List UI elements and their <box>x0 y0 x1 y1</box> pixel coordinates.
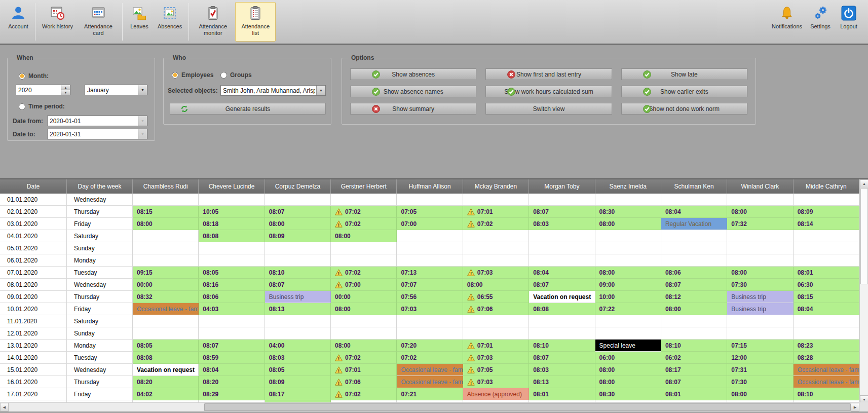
attendance-cell[interactable] <box>133 242 199 254</box>
attendance-cell[interactable]: Business trip <box>265 291 331 303</box>
attendance-cell[interactable] <box>265 315 331 327</box>
attendance-cell[interactable]: 08:03 <box>529 364 595 376</box>
attendance-cell[interactable] <box>595 254 661 267</box>
toolbar-item-notifications[interactable]: Notifications <box>769 2 805 31</box>
attendance-cell[interactable]: 08:14 <box>794 218 859 230</box>
column-header-gerstner-herbert[interactable]: Gerstner Herbert <box>331 179 397 194</box>
attendance-cell[interactable]: 07:56 <box>397 291 463 303</box>
attendance-cell[interactable]: 09:15 <box>133 267 199 279</box>
attendance-cell[interactable]: 08:17 <box>661 364 727 376</box>
attendance-cell[interactable] <box>265 327 331 340</box>
attendance-cell[interactable]: 08:09 <box>794 206 859 218</box>
column-header-chevere-lucinde[interactable]: Chevere Lucinde <box>199 179 265 194</box>
attendance-cell[interactable]: 08:15 <box>133 206 199 218</box>
attendance-cell[interactable] <box>199 254 265 267</box>
attendance-cell[interactable]: 12:00 <box>727 352 793 364</box>
attendance-cell[interactable] <box>133 194 199 206</box>
attendance-cell[interactable] <box>661 242 727 254</box>
attendance-cell[interactable]: 08:28 <box>794 352 859 364</box>
attendance-cell[interactable] <box>463 242 529 254</box>
attendance-cell[interactable] <box>133 230 199 242</box>
attendance-cell[interactable]: 08:00 <box>595 376 661 388</box>
attendance-cell[interactable]: 08:00 <box>595 364 661 376</box>
attendance-cell[interactable]: 08:09 <box>265 230 331 242</box>
attendance-cell[interactable]: 08:00 <box>331 230 397 242</box>
attendance-cell[interactable] <box>133 315 199 327</box>
column-header-morgan-toby[interactable]: Morgan Toby <box>529 179 595 194</box>
option-show-absence-names[interactable]: Show absence names <box>350 86 476 97</box>
attendance-cell[interactable]: 08:00 <box>331 340 397 352</box>
attendance-cell[interactable]: 08:07 <box>529 352 595 364</box>
attendance-cell[interactable]: !07:02 <box>463 218 529 230</box>
attendance-cell[interactable]: !07:02 <box>331 206 397 218</box>
attendance-cell[interactable] <box>661 230 727 242</box>
attendance-cell[interactable]: !06:55 <box>463 291 529 303</box>
attendance-cell[interactable]: Occasional leave - fam <box>133 303 199 315</box>
attendance-cell[interactable] <box>463 230 529 242</box>
horizontal-scrollbar[interactable]: ◀ ▶ <box>0 402 859 411</box>
attendance-cell[interactable] <box>727 230 793 242</box>
attendance-cell[interactable]: 08:00 <box>727 388 793 400</box>
attendance-cell[interactable] <box>397 315 463 327</box>
attendance-cell[interactable] <box>595 194 661 206</box>
attendance-cell[interactable]: 10:00 <box>595 291 661 303</box>
option-show-absences[interactable]: Show absences <box>350 68 476 80</box>
attendance-cell[interactable]: 07:00 <box>397 218 463 230</box>
attendance-cell[interactable]: 08:10 <box>794 388 859 400</box>
attendance-cell[interactable]: 08:20 <box>199 376 265 388</box>
attendance-cell[interactable]: Regular Vacation <box>661 218 727 230</box>
attendance-cell[interactable]: 07:21 <box>397 388 463 400</box>
attendance-cell[interactable]: !07:02 <box>331 218 397 230</box>
attendance-cell[interactable] <box>727 194 793 206</box>
attendance-cell[interactable]: 08:30 <box>595 206 661 218</box>
attendance-cell[interactable]: 08:18 <box>199 218 265 230</box>
attendance-cell[interactable]: 08:17 <box>265 388 331 400</box>
attendance-cell[interactable] <box>727 315 793 327</box>
attendance-cell[interactable]: 04:03 <box>199 303 265 315</box>
attendance-cell[interactable]: !07:01 <box>463 340 529 352</box>
attendance-cell[interactable]: 08:29 <box>199 388 265 400</box>
attendance-cell[interactable] <box>661 327 727 340</box>
attendance-cell[interactable]: 08:00 <box>727 206 793 218</box>
option-show-first-and-last-entry[interactable]: Show first and last entry <box>485 68 612 80</box>
column-header-mckay-branden[interactable]: Mckay Branden <box>463 179 529 194</box>
attendance-cell[interactable] <box>529 242 595 254</box>
attendance-cell[interactable] <box>199 327 265 340</box>
attendance-cell[interactable]: Occasional leave - fam <box>397 376 463 388</box>
attendance-cell[interactable] <box>529 230 595 242</box>
scroll-left-icon[interactable]: ◀ <box>0 403 9 411</box>
attendance-cell[interactable]: 08:00 <box>133 218 199 230</box>
attendance-cell[interactable]: Occasional leave - fam <box>397 364 463 376</box>
attendance-cell[interactable]: !07:02 <box>331 352 397 364</box>
attendance-cell[interactable] <box>727 327 793 340</box>
attendance-cell[interactable]: 07:31 <box>727 364 793 376</box>
attendance-cell[interactable]: Business trip <box>727 291 793 303</box>
attendance-cell[interactable]: !07:02 <box>331 388 397 400</box>
attendance-cell[interactable]: 07:20 <box>397 340 463 352</box>
attendance-cell[interactable]: 08:07 <box>265 279 331 291</box>
toolbar-item-settings[interactable]: Settings <box>807 2 834 31</box>
attendance-cell[interactable]: 08:07 <box>199 340 265 352</box>
attendance-cell[interactable]: 08:07 <box>529 279 595 291</box>
attendance-cell[interactable]: 10:05 <box>199 206 265 218</box>
attendance-cell[interactable]: 08:09 <box>265 376 331 388</box>
column-header-day-of-the-week[interactable]: Day of the week <box>67 179 133 194</box>
month-select[interactable]: January ▼ <box>85 85 147 95</box>
attendance-cell[interactable]: 08:08 <box>529 303 595 315</box>
employees-radio[interactable] <box>172 72 178 79</box>
attendance-cell[interactable]: !07:03 <box>463 352 529 364</box>
attendance-cell[interactable]: 07:05 <box>397 206 463 218</box>
attendance-cell[interactable]: 08:13 <box>265 303 331 315</box>
attendance-cell[interactable] <box>199 315 265 327</box>
attendance-cell[interactable] <box>331 194 397 206</box>
attendance-cell[interactable] <box>529 315 595 327</box>
groups-radio[interactable] <box>220 72 227 79</box>
attendance-cell[interactable]: 00:00 <box>133 279 199 291</box>
attendance-cell[interactable]: 08:04 <box>794 303 859 315</box>
option-show-earlier-exits[interactable]: Show earlier exits <box>621 86 747 97</box>
attendance-cell[interactable] <box>794 194 859 206</box>
attendance-cell[interactable]: Special leave <box>595 340 661 352</box>
attendance-cell[interactable]: 08:59 <box>199 352 265 364</box>
column-header-winland-clark[interactable]: Winland Clark <box>727 179 793 194</box>
attendance-cell[interactable] <box>529 327 595 340</box>
